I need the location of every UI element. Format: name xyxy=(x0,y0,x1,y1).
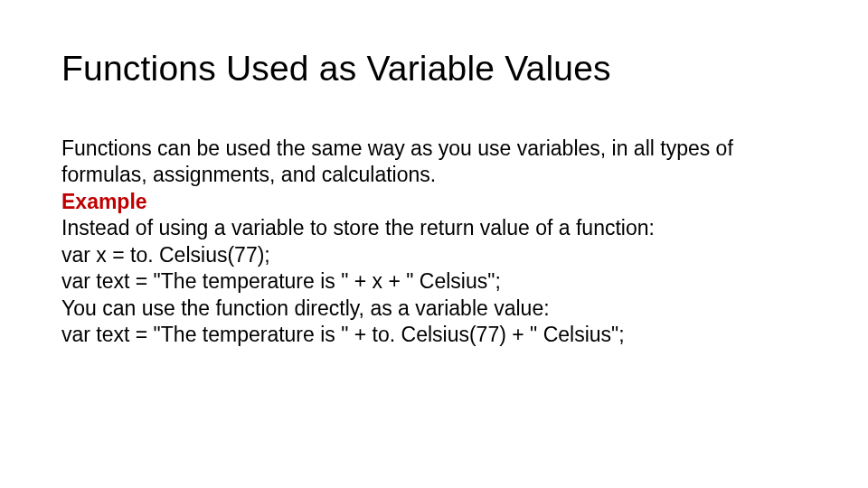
intro-text: Functions can be used the same way as yo… xyxy=(61,136,807,189)
code-line-1b: var text = "The temperature is " + x + "… xyxy=(61,268,807,295)
body-line-2: You can use the function directly, as a … xyxy=(61,296,807,322)
body-line-1: Instead of using a variable to store the… xyxy=(61,215,807,241)
slide: Functions Used as Variable Values Functi… xyxy=(0,0,868,488)
code-line-2: var text = "The temperature is " + to. C… xyxy=(61,322,807,348)
example-label: Example xyxy=(61,189,807,215)
slide-body: Functions can be used the same way as yo… xyxy=(61,136,807,349)
code-line-1a: var x = to. Celsius(77); xyxy=(61,242,807,268)
slide-title: Functions Used as Variable Values xyxy=(61,49,807,89)
